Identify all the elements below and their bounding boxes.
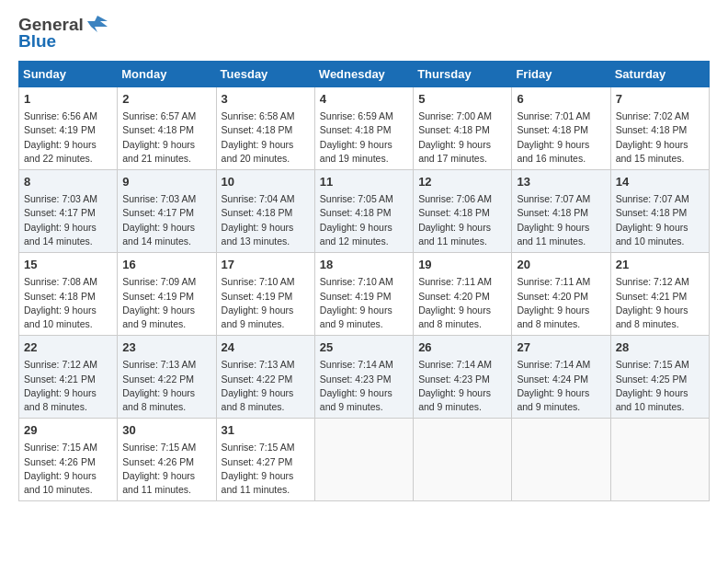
header-day-wednesday: Wednesday <box>314 62 413 87</box>
cell-content: Sunrise: 7:15 AMSunset: 4:26 PMDaylight:… <box>122 441 210 497</box>
cell-content: Sunrise: 7:15 AMSunset: 4:26 PMDaylight:… <box>24 441 112 497</box>
calendar-cell: 19Sunrise: 7:11 AMSunset: 4:20 PMDayligh… <box>414 253 512 336</box>
calendar-cell: 24Sunrise: 7:13 AMSunset: 4:22 PMDayligh… <box>216 336 314 419</box>
day-number: 15 <box>24 257 112 273</box>
header-day-saturday: Saturday <box>610 62 709 87</box>
cell-content: Sunrise: 6:59 AMSunset: 4:18 PMDaylight:… <box>320 109 408 166</box>
cell-content: Sunrise: 7:05 AMSunset: 4:18 PMDaylight:… <box>320 192 408 248</box>
calendar-cell: 7Sunrise: 7:02 AMSunset: 4:18 PMDaylight… <box>610 87 709 170</box>
day-number: 31 <box>222 422 310 439</box>
calendar-cell: 10Sunrise: 7:04 AMSunset: 4:18 PMDayligh… <box>216 170 314 253</box>
day-number: 7 <box>616 91 704 108</box>
calendar-cell: 30Sunrise: 7:15 AMSunset: 4:26 PMDayligh… <box>118 419 216 501</box>
calendar-cell <box>314 419 413 501</box>
calendar-week-2: 8Sunrise: 7:03 AMSunset: 4:17 PMDaylight… <box>19 170 710 253</box>
calendar-cell: 16Sunrise: 7:09 AMSunset: 4:19 PMDayligh… <box>118 253 216 336</box>
calendar-cell: 13Sunrise: 7:07 AMSunset: 4:18 PMDayligh… <box>512 170 610 253</box>
calendar-week-1: 1Sunrise: 6:56 AMSunset: 4:19 PMDaylight… <box>19 87 710 170</box>
day-number: 27 <box>517 339 605 356</box>
cell-content: Sunrise: 7:14 AMSunset: 4:23 PMDaylight:… <box>418 358 506 414</box>
cell-content: Sunrise: 7:14 AMSunset: 4:24 PMDaylight:… <box>517 358 605 414</box>
calendar-cell: 4Sunrise: 6:59 AMSunset: 4:18 PMDaylight… <box>314 87 413 170</box>
day-number: 30 <box>122 422 210 439</box>
cell-content: Sunrise: 7:08 AMSunset: 4:18 PMDaylight:… <box>24 275 112 331</box>
calendar-cell: 6Sunrise: 7:01 AMSunset: 4:18 PMDaylight… <box>512 87 610 170</box>
calendar-cell <box>512 419 610 501</box>
cell-content: Sunrise: 7:15 AMSunset: 4:25 PMDaylight:… <box>616 358 704 414</box>
cell-content: Sunrise: 6:58 AMSunset: 4:18 PMDaylight:… <box>222 109 310 166</box>
cell-content: Sunrise: 7:03 AMSunset: 4:17 PMDaylight:… <box>122 192 210 248</box>
day-number: 24 <box>222 339 310 356</box>
calendar-cell: 15Sunrise: 7:08 AMSunset: 4:18 PMDayligh… <box>19 253 118 336</box>
calendar-cell: 9Sunrise: 7:03 AMSunset: 4:17 PMDaylight… <box>118 170 216 253</box>
calendar-week-4: 22Sunrise: 7:12 AMSunset: 4:21 PMDayligh… <box>19 336 710 419</box>
day-number: 6 <box>517 91 605 108</box>
calendar-cell: 8Sunrise: 7:03 AMSunset: 4:17 PMDaylight… <box>19 170 118 253</box>
day-number: 23 <box>122 339 210 356</box>
calendar-cell: 3Sunrise: 6:58 AMSunset: 4:18 PMDaylight… <box>216 87 314 170</box>
cell-content: Sunrise: 7:14 AMSunset: 4:23 PMDaylight:… <box>320 358 408 414</box>
cell-content: Sunrise: 6:56 AMSunset: 4:19 PMDaylight:… <box>24 109 112 166</box>
day-number: 3 <box>222 91 310 108</box>
day-number: 17 <box>222 257 310 273</box>
logo-blue-text: Blue <box>18 31 56 52</box>
logo: General Blue <box>18 15 108 52</box>
calendar-cell: 29Sunrise: 7:15 AMSunset: 4:26 PMDayligh… <box>19 419 118 501</box>
header-day-monday: Monday <box>118 62 216 87</box>
calendar-header-row: SundayMondayTuesdayWednesdayThursdayFrid… <box>19 62 710 87</box>
day-number: 18 <box>320 257 408 273</box>
cell-content: Sunrise: 7:06 AMSunset: 4:18 PMDaylight:… <box>418 192 506 248</box>
cell-content: Sunrise: 7:04 AMSunset: 4:18 PMDaylight:… <box>222 192 310 248</box>
cell-content: Sunrise: 7:13 AMSunset: 4:22 PMDaylight:… <box>222 358 310 414</box>
day-number: 19 <box>418 257 506 273</box>
calendar-cell: 21Sunrise: 7:12 AMSunset: 4:21 PMDayligh… <box>610 253 709 336</box>
calendar-week-5: 29Sunrise: 7:15 AMSunset: 4:26 PMDayligh… <box>19 419 710 501</box>
cell-content: Sunrise: 7:10 AMSunset: 4:19 PMDaylight:… <box>222 275 310 331</box>
cell-content: Sunrise: 7:11 AMSunset: 4:20 PMDaylight:… <box>418 275 506 331</box>
calendar-cell: 1Sunrise: 6:56 AMSunset: 4:19 PMDaylight… <box>19 87 118 170</box>
calendar-cell: 25Sunrise: 7:14 AMSunset: 4:23 PMDayligh… <box>314 336 413 419</box>
day-number: 22 <box>24 339 112 356</box>
day-number: 1 <box>24 91 112 108</box>
cell-content: Sunrise: 7:03 AMSunset: 4:17 PMDaylight:… <box>24 192 112 248</box>
calendar-cell: 2Sunrise: 6:57 AMSunset: 4:18 PMDaylight… <box>118 87 216 170</box>
page-header: General Blue <box>18 15 710 52</box>
header-day-sunday: Sunday <box>19 62 118 87</box>
calendar-table: SundayMondayTuesdayWednesdayThursdayFrid… <box>18 61 710 501</box>
logo-bird-icon <box>87 14 108 34</box>
calendar-cell: 28Sunrise: 7:15 AMSunset: 4:25 PMDayligh… <box>610 336 709 419</box>
cell-content: Sunrise: 7:07 AMSunset: 4:18 PMDaylight:… <box>616 192 704 248</box>
day-number: 29 <box>24 422 112 439</box>
day-number: 28 <box>616 339 704 356</box>
header-day-tuesday: Tuesday <box>216 62 314 87</box>
calendar-cell: 17Sunrise: 7:10 AMSunset: 4:19 PMDayligh… <box>216 253 314 336</box>
calendar-cell: 27Sunrise: 7:14 AMSunset: 4:24 PMDayligh… <box>512 336 610 419</box>
day-number: 8 <box>24 174 112 190</box>
day-number: 11 <box>320 174 408 190</box>
cell-content: Sunrise: 7:12 AMSunset: 4:21 PMDaylight:… <box>616 275 704 331</box>
cell-content: Sunrise: 7:00 AMSunset: 4:18 PMDaylight:… <box>418 109 506 166</box>
header-day-thursday: Thursday <box>414 62 512 87</box>
day-number: 20 <box>517 257 605 273</box>
calendar-cell: 12Sunrise: 7:06 AMSunset: 4:18 PMDayligh… <box>414 170 512 253</box>
calendar-cell: 20Sunrise: 7:11 AMSunset: 4:20 PMDayligh… <box>512 253 610 336</box>
cell-content: Sunrise: 7:10 AMSunset: 4:19 PMDaylight:… <box>320 275 408 331</box>
day-number: 26 <box>418 339 506 356</box>
header-day-friday: Friday <box>512 62 610 87</box>
day-number: 5 <box>418 91 506 108</box>
cell-content: Sunrise: 7:07 AMSunset: 4:18 PMDaylight:… <box>517 192 605 248</box>
day-number: 13 <box>517 174 605 190</box>
day-number: 12 <box>418 174 506 190</box>
calendar-week-3: 15Sunrise: 7:08 AMSunset: 4:18 PMDayligh… <box>19 253 710 336</box>
calendar-cell: 11Sunrise: 7:05 AMSunset: 4:18 PMDayligh… <box>314 170 413 253</box>
cell-content: Sunrise: 7:11 AMSunset: 4:20 PMDaylight:… <box>517 275 605 331</box>
cell-content: Sunrise: 7:02 AMSunset: 4:18 PMDaylight:… <box>616 109 704 166</box>
cell-content: Sunrise: 7:09 AMSunset: 4:19 PMDaylight:… <box>122 275 210 331</box>
calendar-cell <box>610 419 709 501</box>
day-number: 14 <box>616 174 704 190</box>
day-number: 25 <box>320 339 408 356</box>
calendar-cell: 23Sunrise: 7:13 AMSunset: 4:22 PMDayligh… <box>118 336 216 419</box>
cell-content: Sunrise: 6:57 AMSunset: 4:18 PMDaylight:… <box>122 109 210 166</box>
cell-content: Sunrise: 7:13 AMSunset: 4:22 PMDaylight:… <box>122 358 210 414</box>
calendar-cell: 18Sunrise: 7:10 AMSunset: 4:19 PMDayligh… <box>314 253 413 336</box>
